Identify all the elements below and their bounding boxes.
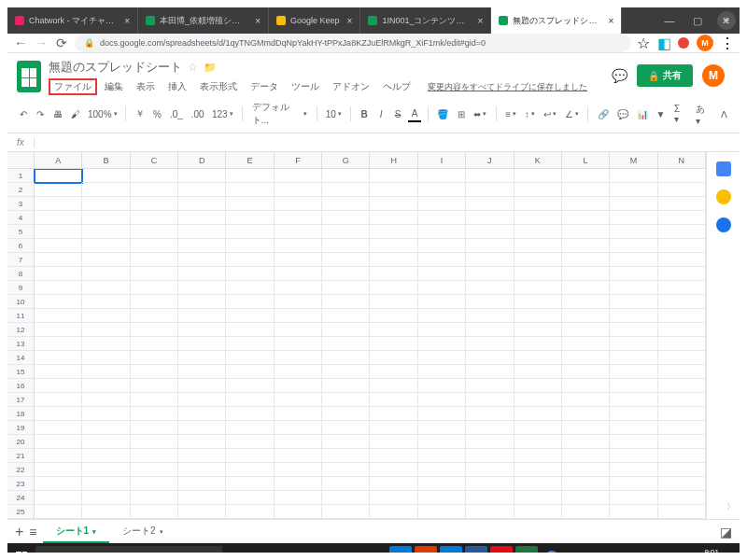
- cell[interactable]: [82, 225, 130, 239]
- cell[interactable]: [562, 407, 610, 421]
- cortana-icon[interactable]: ○: [339, 546, 361, 553]
- cell[interactable]: [322, 365, 370, 379]
- cell[interactable]: [610, 337, 657, 351]
- cell[interactable]: [370, 393, 417, 407]
- cell[interactable]: [178, 281, 226, 295]
- cell[interactable]: [466, 295, 514, 309]
- cell[interactable]: [610, 169, 657, 183]
- cell[interactable]: [370, 407, 417, 421]
- cell[interactable]: [82, 295, 130, 309]
- cell[interactable]: [514, 421, 562, 435]
- cell[interactable]: [131, 169, 178, 183]
- cell[interactable]: [418, 169, 466, 183]
- cell[interactable]: [178, 225, 226, 239]
- cell[interactable]: [131, 463, 178, 477]
- cell[interactable]: [226, 463, 274, 477]
- cell[interactable]: [658, 449, 706, 463]
- cell[interactable]: [658, 477, 706, 491]
- menu-アドオン[interactable]: アドオン: [327, 78, 375, 95]
- cell[interactable]: [514, 281, 562, 295]
- cell[interactable]: [322, 449, 370, 463]
- cell[interactable]: [322, 463, 370, 477]
- cell[interactable]: [610, 267, 657, 281]
- url-input[interactable]: 🔒 docs.google.com/spreadsheets/d/1qyTNGM…: [75, 34, 631, 52]
- cell[interactable]: [35, 379, 82, 393]
- cell[interactable]: [226, 267, 274, 281]
- cell[interactable]: [418, 477, 466, 491]
- cell[interactable]: [275, 309, 322, 323]
- cell[interactable]: [370, 239, 417, 253]
- netflix-icon[interactable]: N: [490, 546, 513, 553]
- cell[interactable]: [610, 253, 657, 267]
- cell[interactable]: [275, 421, 322, 435]
- bold-button[interactable]: B: [358, 107, 371, 121]
- cell[interactable]: [322, 323, 370, 337]
- cell[interactable]: [418, 337, 466, 351]
- cell[interactable]: [226, 505, 274, 519]
- row-header[interactable]: 7: [7, 253, 35, 267]
- menu-ツール[interactable]: ツール: [286, 78, 325, 95]
- cell[interactable]: [275, 239, 322, 253]
- cell[interactable]: [658, 197, 706, 211]
- cell[interactable]: [82, 183, 130, 197]
- app-icon[interactable]: 🎁: [415, 546, 437, 553]
- cell[interactable]: [514, 337, 562, 351]
- sheet-tab-menu-icon[interactable]: ▾: [92, 528, 96, 535]
- paint-format-button[interactable]: 🖌: [68, 107, 82, 121]
- cell[interactable]: [35, 393, 82, 407]
- cell[interactable]: [562, 183, 610, 197]
- cell[interactable]: [370, 211, 417, 225]
- cell[interactable]: [466, 225, 514, 239]
- cell[interactable]: [226, 407, 274, 421]
- cell[interactable]: [658, 421, 706, 435]
- cell[interactable]: [466, 239, 514, 253]
- cell[interactable]: [226, 281, 274, 295]
- maximize-button[interactable]: ▢: [684, 15, 712, 27]
- cell[interactable]: [370, 225, 417, 239]
- cell[interactable]: [514, 351, 562, 365]
- cell[interactable]: [418, 407, 466, 421]
- cell[interactable]: [275, 183, 322, 197]
- row-header[interactable]: 6: [7, 239, 35, 253]
- link-button[interactable]: 🔗: [595, 107, 611, 121]
- cell[interactable]: [178, 323, 226, 337]
- cell[interactable]: [131, 253, 178, 267]
- column-header[interactable]: K: [514, 152, 562, 169]
- tasks-addon-icon[interactable]: [716, 217, 731, 232]
- cell[interactable]: [178, 169, 226, 183]
- cell[interactable]: [82, 351, 130, 365]
- cell[interactable]: [322, 337, 370, 351]
- cell[interactable]: [610, 449, 657, 463]
- cell[interactable]: [610, 407, 657, 421]
- cell[interactable]: [131, 477, 178, 491]
- cell[interactable]: [562, 505, 610, 519]
- wrap-button[interactable]: ↩: [542, 107, 559, 121]
- collapse-toolbar-button[interactable]: ᐱ: [717, 107, 730, 121]
- cell[interactable]: [610, 281, 657, 295]
- cell[interactable]: [322, 253, 370, 267]
- cell[interactable]: [35, 169, 82, 183]
- menu-データ[interactable]: データ: [245, 78, 284, 95]
- account-avatar[interactable]: M: [702, 64, 725, 87]
- cell[interactable]: [610, 505, 657, 519]
- cell[interactable]: [178, 435, 226, 449]
- document-title[interactable]: 無題のスプレッドシート: [49, 59, 182, 76]
- cell[interactable]: [466, 211, 514, 225]
- cell[interactable]: [466, 379, 514, 393]
- cell[interactable]: [658, 183, 706, 197]
- cell[interactable]: [35, 253, 82, 267]
- cell[interactable]: [610, 211, 657, 225]
- cell[interactable]: [275, 505, 322, 519]
- cell[interactable]: [370, 491, 417, 505]
- rotate-button[interactable]: ∠: [562, 107, 581, 121]
- row-header[interactable]: 11: [7, 309, 35, 323]
- cell[interactable]: [322, 183, 370, 197]
- cell[interactable]: [322, 309, 370, 323]
- cell[interactable]: [226, 211, 274, 225]
- cell[interactable]: [226, 365, 274, 379]
- row-header[interactable]: 19: [7, 421, 35, 435]
- cell[interactable]: [466, 281, 514, 295]
- mail-icon[interactable]: ✉: [591, 546, 613, 553]
- cell[interactable]: [82, 463, 130, 477]
- cell[interactable]: [658, 169, 706, 183]
